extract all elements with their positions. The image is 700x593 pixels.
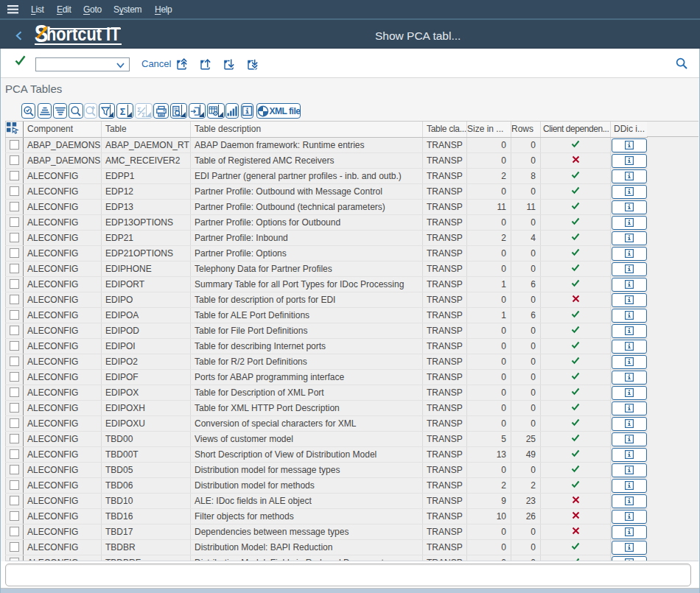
svg-text:Σ: Σ (120, 106, 126, 116)
